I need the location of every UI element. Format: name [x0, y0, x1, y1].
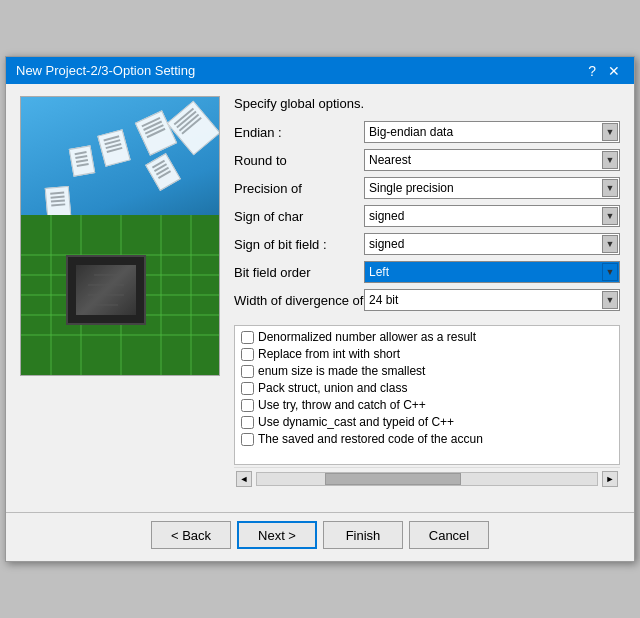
checkbox-label-3: Pack struct, union and class [258, 381, 407, 395]
sign-char-row: Sign of char signed ▼ [234, 205, 620, 227]
sign-char-select-wrapper: signed ▼ [364, 205, 620, 227]
width-row: Width of divergence of 24 bit ▼ [234, 289, 620, 311]
next-button[interactable]: Next > [237, 521, 317, 549]
endian-select-wrapper: Big-endian data ▼ [364, 121, 620, 143]
bit-order-row: Bit field order Left ▼ [234, 261, 620, 283]
round-row: Round to Nearest ▼ [234, 149, 620, 171]
doc-icon-2 [97, 129, 130, 167]
checkbox-3[interactable] [241, 382, 254, 395]
help-button[interactable]: ? [584, 64, 600, 78]
bit-order-select-wrapper: Left ▼ [364, 261, 620, 283]
dialog-title: New Project-2/3-Option Setting [16, 63, 195, 78]
dialog-window: New Project-2/3-Option Setting ? ✕ [5, 56, 635, 562]
checkbox-item-6: The saved and restored code of the accun [241, 432, 613, 446]
sign-bit-label: Sign of bit field : [234, 237, 364, 252]
width-label: Width of divergence of [234, 293, 364, 308]
checkbox-item-1: Replace from int with short [241, 347, 613, 361]
round-select-wrapper: Nearest ▼ [364, 149, 620, 171]
title-bar: New Project-2/3-Option Setting ? ✕ [6, 57, 634, 84]
sign-bit-select-wrapper: signed ▼ [364, 233, 620, 255]
checkbox-item-0: Denormalized number allower as a result [241, 330, 613, 344]
checkbox-6[interactable] [241, 433, 254, 446]
checkbox-label-1: Replace from int with short [258, 347, 400, 361]
title-bar-controls: ? ✕ [584, 64, 624, 78]
endian-label: Endian : [234, 125, 364, 140]
endian-row: Endian : Big-endian data ▼ [234, 121, 620, 143]
checkbox-label-6: The saved and restored code of the accun [258, 432, 483, 446]
doc-icon-3 [145, 153, 181, 191]
right-panel: Specify global options. Endian : Big-end… [234, 96, 620, 490]
scroll-right-button[interactable]: ► [602, 471, 618, 487]
doc-icon-5 [69, 145, 96, 176]
checkbox-label-5: Use dynamic_cast and typeid of C++ [258, 415, 454, 429]
finish-button[interactable]: Finish [323, 521, 403, 549]
checkbox-item-4: Use try, throw and catch of C++ [241, 398, 613, 412]
sign-bit-select[interactable]: signed [364, 233, 620, 255]
checkbox-item-2: enum size is made the smallest [241, 364, 613, 378]
chip-detail-svg [76, 265, 136, 315]
button-divider [6, 512, 634, 513]
button-row: < Back Next > Finish Cancel [6, 521, 634, 561]
back-button[interactable]: < Back [151, 521, 231, 549]
checkbox-1[interactable] [241, 348, 254, 361]
checkbox-label-0: Denormalized number allower as a result [258, 330, 476, 344]
checkbox-0[interactable] [241, 331, 254, 344]
pcb-board [21, 215, 219, 375]
pcb-chip [66, 255, 146, 325]
bit-order-label: Bit field order [234, 265, 364, 280]
checkbox-4[interactable] [241, 399, 254, 412]
close-button[interactable]: ✕ [604, 64, 624, 78]
checkbox-5[interactable] [241, 416, 254, 429]
specify-label: Specify global options. [234, 96, 620, 111]
round-select[interactable]: Nearest [364, 149, 620, 171]
precision-select-wrapper: Single precision ▼ [364, 177, 620, 199]
precision-label: Precision of [234, 181, 364, 196]
scroll-left-button[interactable]: ◄ [236, 471, 252, 487]
doc-icon-4 [167, 101, 220, 156]
endian-select[interactable]: Big-endian data [364, 121, 620, 143]
round-label: Round to [234, 153, 364, 168]
checkbox-item-5: Use dynamic_cast and typeid of C++ [241, 415, 613, 429]
horizontal-scrollbar: ◄ ► [234, 467, 620, 490]
checkbox-label-4: Use try, throw and catch of C++ [258, 398, 426, 412]
checkbox-item-3: Pack struct, union and class [241, 381, 613, 395]
pcb-chip-inner [76, 265, 136, 315]
precision-select[interactable]: Single precision [364, 177, 620, 199]
doc-icon-1 [135, 110, 177, 155]
width-select[interactable]: 24 bit [364, 289, 620, 311]
cancel-button[interactable]: Cancel [409, 521, 489, 549]
sign-char-label: Sign of char [234, 209, 364, 224]
width-select-wrapper: 24 bit ▼ [364, 289, 620, 311]
scroll-thumb [325, 473, 461, 485]
left-image-panel [20, 96, 220, 376]
doc-icon-6 [45, 186, 72, 218]
precision-row: Precision of Single precision ▼ [234, 177, 620, 199]
checkbox-2[interactable] [241, 365, 254, 378]
sign-bit-row: Sign of bit field : signed ▼ [234, 233, 620, 255]
bit-order-select[interactable]: Left [364, 261, 620, 283]
checkbox-section: Denormalized number allower as a result … [234, 325, 620, 465]
dialog-body: Specify global options. Endian : Big-end… [6, 84, 634, 502]
checkbox-label-2: enum size is made the smallest [258, 364, 425, 378]
sign-char-select[interactable]: signed [364, 205, 620, 227]
scroll-track[interactable] [256, 472, 598, 486]
